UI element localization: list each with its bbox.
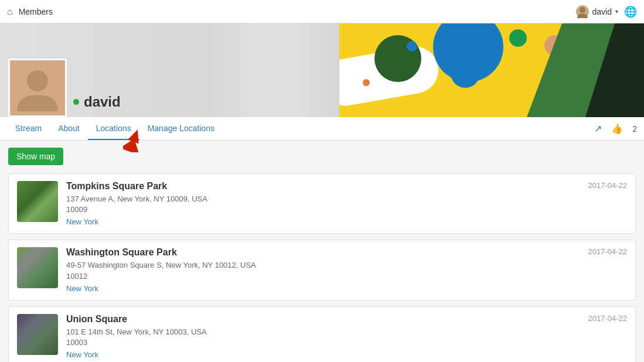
location-date-0: 2017-04-22: [588, 181, 628, 190]
like-icon[interactable]: 👍: [611, 123, 623, 134]
tab-about[interactable]: About: [50, 118, 88, 140]
location-city-link-2[interactable]: New York: [66, 350, 98, 359]
location-name-2: Union Square: [66, 314, 580, 325]
location-city-link-0[interactable]: New York: [66, 217, 98, 226]
location-info-1: Washington Square Park 49-57 Washington …: [66, 247, 580, 292]
profile-name-area: david: [73, 94, 121, 110]
svg-marker-2: [123, 129, 144, 152]
members-label: Members: [19, 7, 53, 16]
home-icon[interactable]: ⌂: [7, 6, 13, 17]
main-content: Show map Tompkins Square Park 137 Avenue…: [0, 141, 644, 362]
profile-avatar: [8, 59, 67, 117]
profile-name: david: [84, 94, 121, 110]
location-address-2: 101 E 14th St, New York, NY 10003, USA10…: [66, 327, 580, 348]
username-label: david: [592, 7, 612, 16]
location-card-0: Tompkins Square Park 137 Avenue A, New Y…: [8, 173, 636, 234]
location-thumb-1: [17, 247, 58, 288]
location-name-0: Tompkins Square Park: [66, 181, 580, 192]
locations-list: Tompkins Square Park 137 Avenue A, New Y…: [8, 173, 636, 362]
banner-art: [339, 23, 644, 117]
show-map-button[interactable]: Show map: [8, 148, 63, 165]
tabs-bar: Stream About Locations Manage Locations …: [0, 117, 644, 141]
share-icon[interactable]: ↗: [594, 123, 602, 134]
svg-point-1: [27, 70, 48, 91]
user-avatar-small: [576, 5, 589, 18]
tab-manage-locations[interactable]: Manage Locations: [139, 118, 223, 140]
location-thumb-0: [17, 181, 58, 222]
tabs-right-actions: ↗ 👍 2: [594, 123, 637, 134]
location-date-1: 2017-04-22: [588, 247, 628, 256]
svg-point-0: [580, 7, 585, 13]
location-info-2: Union Square 101 E 14th St, New York, NY…: [66, 314, 580, 359]
top-nav: ⌂ Members david ▾ 🌐: [0, 0, 644, 23]
location-name-1: Washington Square Park: [66, 247, 580, 258]
cursor-pointer: [123, 129, 144, 154]
location-address-0: 137 Avenue A, New York, NY 10009, USA100…: [66, 194, 580, 215]
location-date-2: 2017-04-22: [588, 314, 628, 323]
location-thumb-2: [17, 314, 58, 355]
nav-right: david ▾ 🌐: [576, 5, 637, 18]
location-info-0: Tompkins Square Park 137 Avenue A, New Y…: [66, 181, 580, 226]
location-address-1: 49-57 Washington Square S, New York, NY …: [66, 260, 580, 281]
like-count: 2: [632, 124, 637, 134]
user-area: david ▾: [576, 5, 618, 18]
location-card-2: Union Square 101 E 14th St, New York, NY…: [8, 306, 636, 362]
tab-stream[interactable]: Stream: [7, 118, 50, 140]
online-status-dot: [73, 99, 79, 105]
user-dropdown-arrow[interactable]: ▾: [615, 8, 618, 15]
location-card-1: Washington Square Park 49-57 Washington …: [8, 240, 636, 300]
profile-banner: david: [0, 23, 644, 117]
location-city-link-1[interactable]: New York: [66, 284, 98, 293]
globe-icon[interactable]: 🌐: [624, 5, 637, 18]
